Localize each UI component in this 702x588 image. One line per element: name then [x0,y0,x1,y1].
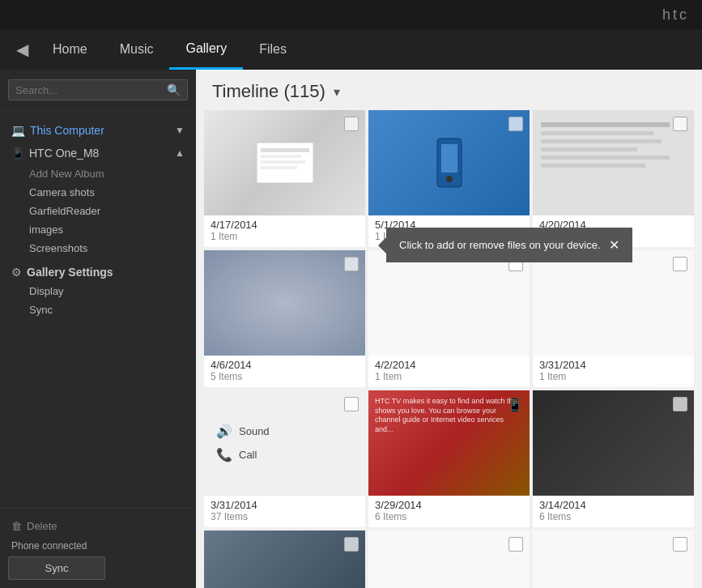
gear-icon: ⚙ [11,266,22,279]
nav-music[interactable]: Music [104,31,170,68]
thumbnail [204,110,365,215]
htctv-text: HTC TV makes it easy to find and watch t… [375,397,523,435]
table-row[interactable]: 3/4/2014 1 Item [368,530,530,588]
thumb-image [368,530,530,588]
grid-date: 4/2/2014 [375,359,523,371]
trash-icon: 🗑 [11,520,22,532]
text-preview [533,110,694,215]
delete-label: Delete [27,520,57,532]
settings-display[interactable]: Display [24,282,188,300]
sidebar-item-camera-shots[interactable]: Camera shots [24,183,188,202]
tooltip-box: Click to add or remove files on your dev… [386,228,632,262]
thumb-image [368,110,530,215]
phone-image [433,134,466,191]
sidebar-item-this-computer[interactable]: 💻 This Computer ▼ [8,119,188,142]
item-checkbox[interactable] [673,537,687,552]
brand-logo: htc [662,6,689,23]
tooltip-close-button[interactable]: ✕ [609,237,619,253]
grid-info: 3/29/2014 6 Items [368,496,530,527]
timeline-dropdown[interactable]: ▾ [334,84,340,100]
grid-info: 4/2/2014 1 Item [368,356,530,387]
table-row[interactable]: 4/2/2014 1 Item [368,250,530,387]
sidebar-item-garfield[interactable]: GarfieldReader [24,202,188,220]
table-row[interactable]: 3/31/2014 1 Item [533,250,694,387]
thumbnail: HTC TV makes it easy to find and watch t… [368,390,530,496]
svg-rect-4 [261,166,297,169]
item-checkbox[interactable] [673,117,687,131]
svg-rect-13 [541,156,670,160]
sidebar-item-screenshots[interactable]: Screenshots [24,239,188,258]
main-layout: 🔍 💻 This Computer ▼ 📱 HTC One_M8 ▲ Add N… [0,70,702,588]
table-row[interactable]: 4/17/2014 1 Item [204,110,365,247]
item-checkbox[interactable] [508,117,523,131]
sidebar-search-area: 🔍 [0,70,196,111]
content-header: Timeline (115) ▾ [196,70,702,110]
thumb-image [533,530,694,588]
thumbnail [368,530,530,588]
phone-badge-icon: 📱 [507,397,523,412]
thumb-image [533,110,694,215]
svg-rect-9 [541,122,670,127]
thumbnail: 🔊 Sound 📞 Call [204,390,365,496]
sidebar-item-images[interactable]: images [24,220,188,239]
sync-button[interactable]: Sync [8,556,105,580]
grid-date: 3/14/2014 [539,499,687,511]
grid-date: 3/29/2014 [375,499,523,511]
sound-label: Sound [239,425,270,437]
svg-rect-6 [441,144,457,173]
nav-files[interactable]: Files [243,31,303,68]
add-new-album[interactable]: Add New Album [24,164,188,183]
grid-date: 4/6/2014 [211,359,359,371]
nav-gallery[interactable]: Gallery [169,30,243,70]
item-checkbox[interactable] [344,537,359,552]
grid-info: 3/31/2014 1 Item [533,356,694,387]
table-row[interactable]: 🔊 Sound 📞 Call 3/31/2014 37 Items [204,390,365,527]
sidebar-item-device[interactable]: 📱 HTC One_M8 ▲ [8,142,188,164]
svg-rect-1 [261,148,309,152]
nav-back-button[interactable]: ◀ [8,40,36,59]
grid-info: 4/6/2014 5 Items [204,356,365,387]
item-checkbox[interactable] [344,397,359,411]
this-computer-arrow: ▼ [175,125,185,136]
thumb-image [533,390,694,496]
table-row[interactable]: 3/14/2014 6 Items [533,390,694,527]
device-label: HTC One_M8 [29,147,99,160]
search-input[interactable] [15,84,162,96]
table-row[interactable]: 4/6/2014 5 Items [204,250,365,387]
grid-count: 37 Items [211,511,359,522]
grid-date: 3/31/2014 [211,499,359,511]
table-row[interactable]: 4/20/2014 1 Item [533,110,694,247]
delete-button[interactable]: 🗑 Delete [8,517,188,535]
search-box[interactable]: 🔍 [8,79,188,100]
sidebar: 🔍 💻 This Computer ▼ 📱 HTC One_M8 ▲ Add N… [0,70,196,588]
phone-icon: 📱 [11,147,24,160]
grid-count: 6 Items [375,511,523,522]
thumb-image: 🔊 Sound 📞 Call [204,390,365,496]
thumb-image [204,110,365,215]
settings-sync[interactable]: Sync [24,300,188,319]
svg-rect-11 [541,139,662,143]
table-row[interactable]: 3/6/2014 3 Items [204,530,365,588]
thumbnail [204,530,365,588]
connection-status: Phone connected [8,535,188,556]
gallery-settings[interactable]: ⚙ Gallery Settings [8,258,188,282]
svg-rect-12 [541,147,637,151]
item-checkbox[interactable] [673,257,687,271]
grid-info: 3/14/2014 6 Items [533,496,694,527]
search-icon: 🔍 [167,83,181,96]
nav-bar: ◀ Home Music Gallery Files [0,29,702,70]
item-checkbox[interactable] [673,397,687,411]
device-sub-items: Add New Album Camera shots GarfieldReade… [8,164,188,258]
nav-home[interactable]: Home [36,31,104,68]
table-row[interactable]: 3/4/2014 1 Item [533,530,694,588]
call-row: 📞 Call [216,447,257,462]
item-checkbox[interactable] [508,537,523,552]
grid-count: 1 Item [211,231,359,242]
item-checkbox[interactable] [344,257,359,271]
item-checkbox[interactable] [344,117,359,131]
settings-label: Gallery Settings [27,266,113,279]
table-row[interactable]: HTC TV makes it easy to find and watch t… [368,390,530,527]
table-row[interactable]: 5/1/2014 1 Item [368,110,530,247]
computer-icon: 💻 [11,124,25,137]
thumb-image [204,250,365,356]
